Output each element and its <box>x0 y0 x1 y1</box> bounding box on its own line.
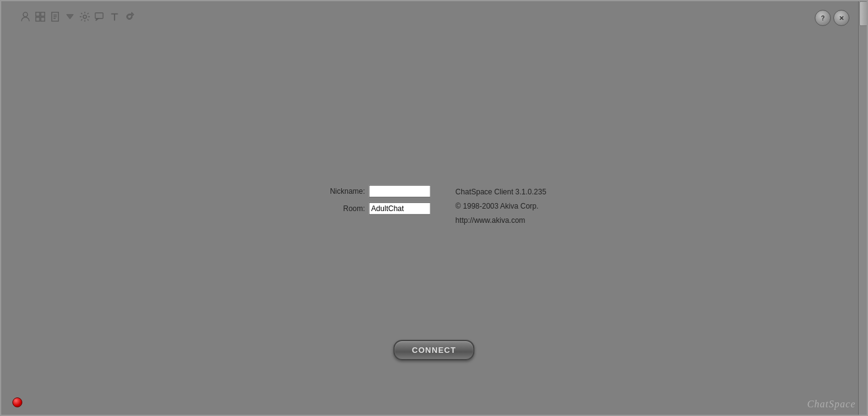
svg-rect-3 <box>36 17 40 21</box>
room-label: Room: <box>322 204 365 213</box>
center-area: Nickname: Room: ChatSpace Client 3.1.0.2… <box>322 185 547 227</box>
help-label: ? <box>821 15 825 22</box>
scrollbar[interactable] <box>858 0 868 416</box>
person-icon[interactable] <box>19 10 32 24</box>
nickname-label: Nickname: <box>322 187 365 196</box>
settings-icon[interactable] <box>78 10 92 24</box>
document-icon[interactable] <box>48 10 62 24</box>
status-indicator <box>12 397 22 407</box>
close-button[interactable]: ✕ <box>833 10 849 26</box>
connect-button[interactable]: CONNECT <box>393 340 474 360</box>
app-version: ChatSpace Client 3.1.0.235 <box>456 186 547 198</box>
text-icon[interactable] <box>108 10 121 24</box>
nickname-row: Nickname: <box>322 185 431 197</box>
chat-icon[interactable] <box>93 10 106 24</box>
connect-button-container: CONNECT <box>393 340 474 360</box>
svg-point-10 <box>83 15 86 18</box>
toolbar <box>19 10 136 24</box>
grid-icon[interactable] <box>33 10 47 24</box>
svg-rect-11 <box>95 13 103 19</box>
help-button[interactable]: ? <box>815 10 831 26</box>
scrollbar-thumb[interactable] <box>859 1 868 26</box>
copyright: © 1998-2003 Akiva Corp. <box>456 201 547 212</box>
refresh-icon[interactable] <box>123 10 136 24</box>
svg-point-0 <box>23 12 27 17</box>
nickname-input[interactable] <box>369 185 431 197</box>
arrow-down-icon[interactable] <box>63 10 77 24</box>
svg-rect-4 <box>41 17 45 21</box>
close-label: ✕ <box>839 15 844 22</box>
top-right-buttons: ? ✕ <box>815 10 849 26</box>
chatspace-logo: ChatSpace <box>807 399 856 410</box>
room-input[interactable] <box>369 202 431 215</box>
info-section: ChatSpace Client 3.1.0.235 © 1998-2003 A… <box>456 185 547 227</box>
svg-rect-2 <box>41 12 45 16</box>
login-form: Nickname: Room: <box>322 185 431 215</box>
svg-marker-9 <box>67 14 74 19</box>
room-row: Room: <box>322 202 431 215</box>
website: http://www.akiva.com <box>456 215 547 227</box>
svg-rect-1 <box>36 12 40 16</box>
